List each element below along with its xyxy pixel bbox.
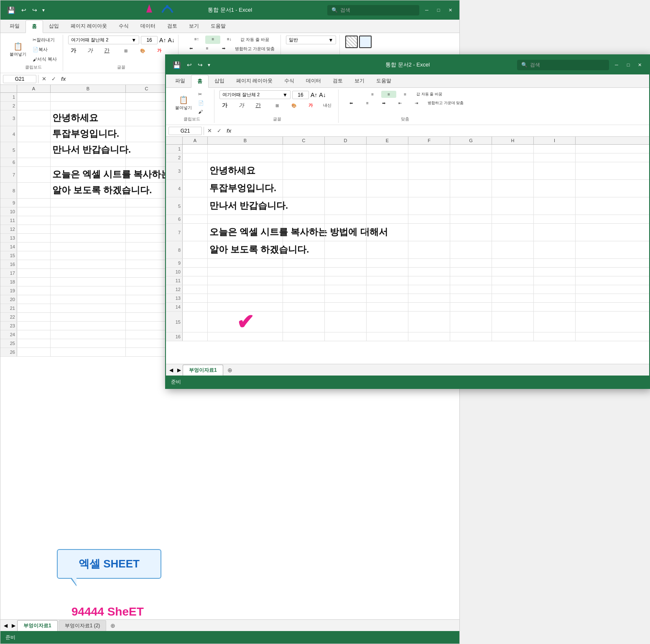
underline-btn-2[interactable]: 간 (253, 100, 268, 110)
scroll-right-icon-1[interactable]: ▶ (10, 622, 17, 629)
font-extra-btn-2[interactable]: 내신 (320, 101, 335, 110)
tab-data-2[interactable]: 데이터 (300, 74, 327, 87)
cell-b5-1[interactable]: 만나서 반갑습니다. (51, 142, 126, 158)
search-bar-2[interactable]: 🔍 검색 (517, 60, 609, 70)
wrap-btn-1[interactable]: 값 자동 줄 바꿈 (238, 36, 271, 44)
align-right-btn-1[interactable]: ➡ (216, 45, 231, 53)
col-b-header-1[interactable]: B (51, 85, 126, 92)
merge-btn-2[interactable]: 병합하고 가운데 맞춤 (425, 99, 466, 107)
sheet-tab-2-active[interactable]: 부엉이자료1 (183, 365, 223, 376)
align-top-right-btn-2[interactable]: ≡ (398, 91, 413, 98)
align-center-btn-1[interactable]: ≡ (200, 45, 215, 53)
cell-a3-1[interactable] (17, 110, 51, 126)
tab-view-1[interactable]: 보기 (183, 20, 205, 33)
number-format-selector-1[interactable]: 일반 ▼ (286, 36, 336, 44)
tab-data-1[interactable]: 데이터 (135, 20, 161, 33)
italic-btn-1[interactable]: 가 (85, 46, 100, 56)
copy-btn-2[interactable]: 📄 (196, 99, 211, 107)
indent-left-btn-2[interactable]: ⇤ (393, 100, 408, 107)
tab-help-2[interactable]: 도움말 (370, 74, 397, 87)
cell-b1-1[interactable] (51, 93, 126, 101)
confirm-formula-icon-1[interactable]: ✓ (50, 75, 58, 83)
font-selector-2[interactable]: 여기어때 잘난체 2 ▼ (219, 90, 291, 99)
tab-page-layout-1[interactable]: 페이지 레이아웃 (65, 20, 113, 33)
border-btn-1[interactable]: ⊞ (118, 47, 133, 54)
col-a-header-2[interactable]: A (183, 137, 208, 144)
quick-access-icon-2[interactable]: ▼ (207, 63, 211, 67)
cell-c8-1[interactable] (126, 183, 168, 198)
align-left-top-btn-1[interactable]: ≡↑ (189, 36, 204, 44)
tab-page-layout-2[interactable]: 페이지 레이아웃 (230, 74, 278, 87)
add-sheet-btn-2[interactable]: ⊕ (224, 365, 236, 375)
cell-ref-2[interactable]: G21 (168, 127, 202, 135)
align-center-btn-2[interactable]: ≡ (360, 100, 375, 107)
tab-file-2[interactable]: 파일 (169, 74, 191, 87)
quick-access-icon[interactable]: ▼ (41, 8, 46, 13)
fx-icon-2[interactable]: fx (225, 127, 233, 135)
paste-btn-2[interactable]: 📋 붙여넣기 (173, 94, 194, 112)
fill-color-btn-2[interactable]: 🎨 (286, 102, 301, 109)
font-size-box-1[interactable]: 16 (141, 36, 158, 44)
cell-a7-1[interactable] (17, 167, 51, 182)
close-btn-2[interactable]: ✕ (636, 61, 644, 69)
align-left-btn-2[interactable]: ⬅ (344, 100, 359, 107)
tab-file-1[interactable]: 파일 (4, 20, 25, 33)
bold-btn-2[interactable]: 가 (219, 100, 235, 110)
tab-view-2[interactable]: 보기 (349, 74, 370, 87)
tab-review-1[interactable]: 검토 (161, 20, 183, 33)
align-top-btn-2[interactable]: ≡ (381, 91, 396, 98)
col-e-header-2[interactable]: E (367, 137, 408, 144)
sheet-tab-1-active[interactable]: 부엉이자료1 (17, 620, 58, 631)
tab-insert-2[interactable]: 삽입 (209, 74, 230, 87)
undo-icon[interactable]: ↩ (20, 6, 28, 14)
font-size-up-icon-1[interactable]: A↑ (159, 37, 166, 43)
cell-b8-1[interactable]: 알아 보도록 하겠습니다. (51, 183, 126, 198)
cell-c5-1[interactable] (126, 142, 168, 158)
save-icon[interactable]: 💾 (5, 5, 17, 15)
align-right-btn-2[interactable]: ➡ (376, 100, 391, 107)
cell-1[interactable] (17, 199, 51, 207)
undo-icon-2[interactable]: ↩ (185, 61, 194, 69)
align-top-left-btn-2[interactable]: ≡ (365, 91, 380, 98)
cancel-formula-icon-2[interactable]: ✕ (206, 127, 214, 135)
cell-a2-1[interactable] (17, 102, 51, 110)
cell-c6-1[interactable] (126, 158, 168, 166)
formula-input-2[interactable] (235, 128, 647, 134)
cut-btn-1[interactable]: ✂ 잘라내기 (30, 36, 59, 44)
cancel-formula-icon-1[interactable]: ✕ (40, 75, 48, 83)
scroll-left-icon-1[interactable]: ◀ (2, 622, 9, 629)
font-size-down-icon-1[interactable]: A↓ (168, 37, 174, 43)
col-c-header-1[interactable]: C (126, 85, 168, 92)
font-size-up-icon-2[interactable]: A↑ (311, 92, 317, 98)
font-color-btn-1[interactable]: 가 (152, 46, 167, 55)
fx-icon-1[interactable]: fx (59, 75, 68, 83)
font-color-btn-2[interactable]: 가 (303, 101, 318, 110)
tab-home-2[interactable]: 홈 (191, 75, 209, 88)
format-copy-btn-1[interactable]: 🖌 서식 복사 (30, 55, 59, 64)
search-bar-1[interactable]: 🔍 검색 (327, 5, 419, 15)
cut-btn-2[interactable]: ✂ (196, 90, 211, 98)
cell-a1-1[interactable] (17, 93, 51, 101)
fill-color-btn-1[interactable]: 🎨 (135, 47, 150, 54)
cell-ref-1[interactable]: G21 (3, 75, 36, 83)
indent-right-btn-2[interactable]: ⇥ (409, 100, 424, 107)
redo-icon-2[interactable]: ↪ (196, 61, 204, 69)
cell-a8-1[interactable] (17, 183, 51, 198)
tab-formula-1[interactable]: 수식 (113, 20, 135, 33)
cell-b6-1[interactable] (51, 158, 126, 166)
tab-formula-2[interactable]: 수식 (278, 74, 300, 87)
save-icon-2[interactable]: 💾 (171, 60, 183, 70)
table-format-btn-1[interactable] (359, 36, 372, 48)
bold-btn-1[interactable]: 가 (68, 46, 83, 56)
merge-btn-1[interactable]: 병합하고 가운데 맞춤 (232, 45, 278, 53)
col-a-header-1[interactable]: A (17, 85, 51, 92)
align-right-top-btn-1[interactable]: ≡↓ (222, 36, 237, 44)
tab-help-1[interactable]: 도움말 (205, 20, 232, 33)
cell-a5-1[interactable] (17, 142, 51, 158)
col-g-header-2[interactable]: G (450, 137, 492, 144)
format-copy-btn-2[interactable]: 🖌 (196, 108, 211, 115)
cell-c1-1[interactable] (126, 93, 168, 101)
cell-c3-1[interactable] (126, 110, 168, 126)
border-btn-2[interactable]: ⊞ (270, 102, 285, 109)
confirm-formula-icon-2[interactable]: ✓ (215, 127, 223, 135)
